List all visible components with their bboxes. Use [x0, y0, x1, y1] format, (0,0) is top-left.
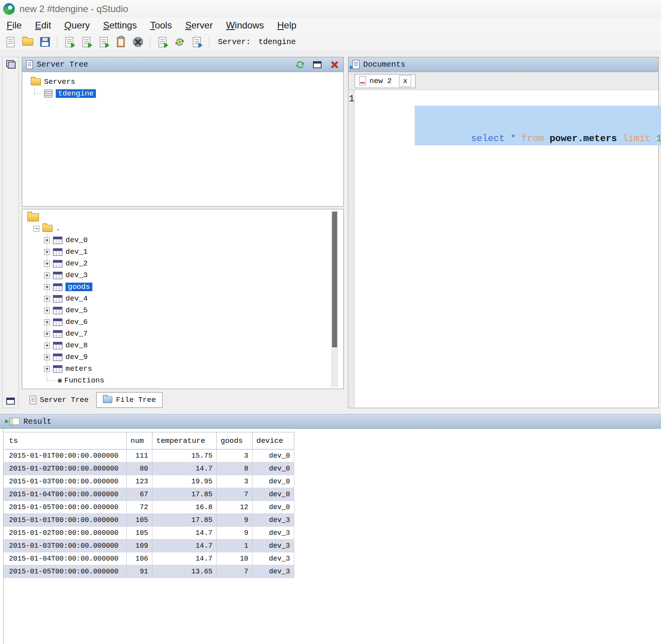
- sql-line[interactable]: select * from power.meters limit 10;: [359, 92, 661, 106]
- table-row[interactable]: 2015-01-02T00:00:00.000000 105 14.7 9 de…: [4, 527, 294, 540]
- cell-ts: 2015-01-04T00:00:00.000000: [4, 488, 127, 501]
- export-button[interactable]: [189, 35, 204, 50]
- result-title: Result: [23, 417, 51, 426]
- stop-button[interactable]: [131, 35, 145, 50]
- refresh-icon[interactable]: [295, 60, 305, 70]
- tab-server-tree[interactable]: Server Tree: [23, 392, 95, 408]
- paste-button[interactable]: [113, 35, 128, 50]
- menu-item[interactable]: Settings: [96, 20, 143, 31]
- expand-icon[interactable]: [44, 284, 50, 290]
- run-selection-button[interactable]: [96, 35, 111, 50]
- run-line-button[interactable]: [79, 35, 94, 50]
- tab-close-button[interactable]: x: [399, 75, 411, 87]
- refresh-query-button[interactable]: [172, 35, 187, 50]
- server-tree-header: Server Tree: [22, 57, 343, 72]
- tree-item-root[interactable]: [22, 209, 343, 223]
- table-row[interactable]: 2015-01-05T00:00:00.000000 72 16.8 12 de…: [4, 501, 294, 514]
- expand-icon[interactable]: [44, 296, 50, 302]
- cell-num: 72: [127, 501, 152, 514]
- tree-item-table[interactable]: dev_8: [22, 340, 343, 351]
- tree-item-dot[interactable]: .: [22, 223, 343, 234]
- expand-icon[interactable]: [44, 237, 50, 243]
- new-file-button[interactable]: [3, 35, 18, 50]
- expand-icon[interactable]: [44, 366, 50, 372]
- tree-item-table[interactable]: dev_1: [22, 246, 343, 258]
- expand-icon[interactable]: [44, 272, 50, 278]
- table-row[interactable]: 2015-01-04T00:00:00.000000 106 14.7 10 d…: [4, 552, 294, 565]
- scrollbar-thumb[interactable]: [332, 212, 337, 347]
- close-icon[interactable]: [329, 60, 339, 70]
- column-header[interactable]: device: [253, 432, 294, 449]
- tree-item-table[interactable]: dev_6: [22, 316, 343, 328]
- tab-new-2[interactable]: new 2 x: [355, 74, 415, 88]
- tree-item-table[interactable]: dev_7: [22, 328, 343, 340]
- cell-goods: 12: [217, 501, 253, 514]
- tree-item-server[interactable]: tdengine: [22, 88, 343, 99]
- table-row[interactable]: 2015-01-01T00:00:00.000000 105 17.85 9 d…: [4, 514, 294, 527]
- scrollbar[interactable]: [331, 211, 338, 387]
- column-header[interactable]: ts: [4, 432, 127, 449]
- tree-item-table[interactable]: dev_5: [22, 304, 343, 316]
- result-body: tsnumtemperaturegoodsdevice 2015-01-01T0…: [3, 429, 661, 644]
- sql-token: [544, 133, 550, 144]
- save-button[interactable]: [37, 35, 52, 50]
- expand-icon[interactable]: [44, 249, 50, 255]
- table-row[interactable]: 2015-01-02T00:00:00.000000 80 14.7 8 dev…: [4, 462, 294, 475]
- column-header[interactable]: goods: [217, 432, 253, 449]
- open-file-button[interactable]: [20, 35, 35, 50]
- maximize-icon[interactable]: [313, 61, 322, 68]
- cascade-windows-icon[interactable]: [6, 60, 16, 69]
- cell-device: dev_0: [253, 475, 294, 488]
- tree-item-servers[interactable]: Servers: [22, 76, 343, 88]
- column-header[interactable]: temperature: [152, 432, 217, 449]
- tree-item-table[interactable]: goods: [22, 281, 343, 293]
- run-selection-icon: [100, 37, 108, 47]
- tree-item-table[interactable]: dev_9: [22, 351, 343, 363]
- column-header[interactable]: num: [127, 432, 152, 449]
- tree-item-functions[interactable]: Functions: [22, 375, 343, 386]
- expand-icon[interactable]: [44, 308, 50, 313]
- table-row[interactable]: 2015-01-05T00:00:00.000000 91 13.65 7 de…: [4, 565, 294, 578]
- table-name: dev_4: [65, 294, 88, 303]
- execute-button[interactable]: [155, 35, 170, 50]
- menu-item[interactable]: Server: [179, 20, 219, 31]
- tree-item-table[interactable]: meters: [22, 363, 343, 375]
- run-query-button[interactable]: [62, 35, 77, 50]
- menu-item[interactable]: Tools: [143, 20, 179, 31]
- tree-item-table[interactable]: dev_4: [22, 293, 343, 304]
- functions-icon: [58, 379, 62, 383]
- tree-item-table[interactable]: dev_2: [22, 258, 343, 269]
- tree-item-table[interactable]: dev_0: [22, 234, 343, 246]
- expand-icon[interactable]: [44, 354, 50, 360]
- expand-icon[interactable]: [44, 331, 50, 337]
- code-area[interactable]: select * from power.meters limit 10;: [355, 90, 661, 407]
- expand-icon[interactable]: [44, 343, 50, 349]
- cell-temperature: 17.85: [152, 514, 217, 527]
- table-row[interactable]: 2015-01-04T00:00:00.000000 67 17.85 7 de…: [4, 488, 294, 501]
- table-icon: [53, 272, 62, 279]
- cell-device: dev_3: [253, 540, 294, 552]
- tree-item-table[interactable]: dev_3: [22, 269, 343, 281]
- sql-token: limit: [622, 133, 650, 144]
- menu-item[interactable]: Help: [270, 20, 303, 31]
- restore-panel-icon[interactable]: [6, 398, 15, 405]
- cell-ts: 2015-01-05T00:00:00.000000: [4, 501, 127, 514]
- tab-file-tree[interactable]: File Tree: [96, 392, 163, 408]
- table-row[interactable]: 2015-01-03T00:00:00.000000 109 14.7 1 de…: [4, 540, 294, 552]
- server-tree-icon: [26, 60, 33, 69]
- table-row[interactable]: 2015-01-03T00:00:00.000000 123 19.95 3 d…: [4, 475, 294, 488]
- cell-ts: 2015-01-02T00:00:00.000000: [4, 527, 127, 540]
- collapse-icon[interactable]: [34, 226, 39, 232]
- dot-folder-label: .: [56, 224, 60, 233]
- sql-editor[interactable]: 1 select * from power.meters limit 10;: [349, 90, 658, 407]
- menu-item[interactable]: Windows: [219, 20, 270, 31]
- menu-item[interactable]: File: [0, 20, 28, 31]
- expand-icon[interactable]: [44, 319, 50, 325]
- file-tree-tab-icon: [103, 396, 112, 403]
- window-title: new 2 #tdengine - qStudio: [19, 4, 128, 14]
- expand-icon[interactable]: [44, 261, 50, 267]
- menu-item[interactable]: Query: [58, 20, 96, 31]
- cell-temperature: 15.75: [152, 449, 217, 462]
- table-row[interactable]: 2015-01-01T00:00:00.000000 111 15.75 3 d…: [4, 449, 294, 462]
- menu-item[interactable]: Edit: [28, 20, 58, 31]
